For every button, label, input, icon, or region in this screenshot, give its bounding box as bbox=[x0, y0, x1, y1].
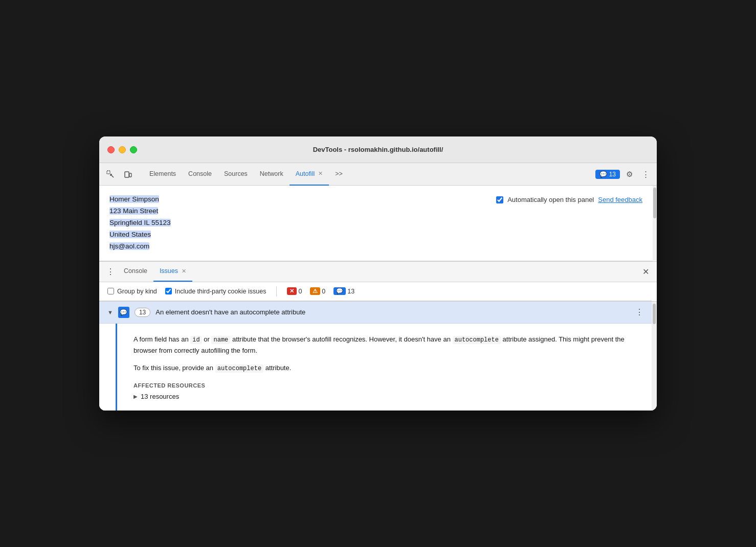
svg-rect-2 bbox=[129, 173, 131, 177]
issue-description: A form field has an id or name attribute… bbox=[134, 334, 639, 356]
inspect-element-icon[interactable] bbox=[103, 167, 118, 181]
issues-list-container: ▼ 💬 13 An element doesn't have an autoco… bbox=[99, 302, 657, 411]
auto-open-label: Automatically open this panel bbox=[507, 196, 594, 203]
issues-toolbar: Group by kind Include third-party cookie… bbox=[99, 282, 652, 301]
issue-more-button[interactable]: ⋮ bbox=[635, 307, 643, 317]
issues-toolbar-container: Group by kind Include third-party cookie… bbox=[99, 282, 657, 302]
issues-badge-icon: 💬 bbox=[599, 171, 607, 178]
affected-resources-label: AFFECTED RESOURCES bbox=[134, 382, 639, 389]
autofill-panel: Homer Simpson 123 Main Street Springfiel… bbox=[99, 186, 653, 261]
svg-rect-1 bbox=[125, 172, 129, 177]
code-id: id bbox=[190, 336, 202, 344]
drawer-close-button[interactable]: ✕ bbox=[638, 264, 653, 279]
tab-autofill-close[interactable]: ✕ bbox=[318, 170, 323, 177]
issues-scrollbar bbox=[652, 302, 657, 411]
autofill-scrollbar bbox=[653, 186, 657, 261]
drawer-issues-close[interactable]: ✕ bbox=[182, 268, 186, 275]
minimize-button[interactable] bbox=[119, 146, 126, 153]
issue-type-icon: 💬 bbox=[118, 307, 129, 318]
autofill-panel-container: Homer Simpson 123 Main Street Springfiel… bbox=[99, 186, 657, 262]
traffic-lights bbox=[107, 146, 137, 153]
issues-count: 13 bbox=[609, 171, 616, 178]
settings-button[interactable]: ⚙ bbox=[622, 167, 636, 181]
group-by-kind-label: Group by kind bbox=[117, 288, 157, 295]
third-party-filter: Include third-party cookie issues bbox=[165, 288, 266, 295]
address-line4: United States bbox=[109, 231, 151, 238]
error-badge: ✕ 0 bbox=[287, 287, 302, 295]
error-count: 0 bbox=[298, 288, 302, 295]
drawer-tab-issues[interactable]: Issues ✕ bbox=[153, 261, 192, 282]
issues-badge[interactable]: 💬 13 bbox=[595, 170, 620, 179]
close-button[interactable] bbox=[107, 146, 115, 153]
autofill-controls: Automatically open this panel Send feedb… bbox=[496, 196, 642, 203]
tabs-right: 💬 13 ⚙ ⋮ bbox=[595, 167, 653, 181]
device-toolbar-icon[interactable] bbox=[121, 167, 135, 181]
tab-elements[interactable]: Elements bbox=[143, 163, 182, 186]
svg-rect-0 bbox=[107, 171, 110, 174]
drawer-menu-button[interactable]: ⋮ bbox=[103, 264, 118, 279]
tab-network[interactable]: Network bbox=[254, 163, 290, 186]
window-title: DevTools - rsolomakhin.github.io/autofil… bbox=[313, 146, 443, 153]
warning-icon: ⚠ bbox=[310, 287, 320, 295]
group-by-kind-checkbox[interactable] bbox=[107, 288, 114, 294]
resources-count: 13 resources bbox=[141, 393, 179, 400]
auto-open-checkbox[interactable] bbox=[496, 196, 503, 203]
tab-more[interactable]: >> bbox=[329, 163, 349, 186]
error-icon: ✕ bbox=[287, 287, 297, 295]
third-party-checkbox[interactable] bbox=[165, 288, 172, 294]
third-party-label: Include third-party cookie issues bbox=[175, 288, 266, 295]
tab-sources[interactable]: Sources bbox=[218, 163, 254, 186]
address-line2: 123 Main Street bbox=[109, 207, 158, 215]
drawer: ⋮ Console Issues ✕ ✕ Group by kind Inclu… bbox=[99, 262, 657, 411]
info-badge: 💬 13 bbox=[333, 287, 354, 295]
issue-detail: A form field has an id or name attribute… bbox=[116, 324, 652, 411]
resources-chevron-icon: ▶ bbox=[134, 394, 138, 399]
title-bar: DevTools - rsolomakhin.github.io/autofil… bbox=[99, 136, 657, 163]
warning-count: 0 bbox=[322, 288, 325, 295]
issue-title: An element doesn't have an autocomplete … bbox=[155, 308, 630, 316]
scrollbar-thumb[interactable] bbox=[653, 188, 656, 218]
code-autocomplete2: autocomplete bbox=[215, 364, 263, 373]
more-options-button[interactable]: ⋮ bbox=[638, 167, 653, 181]
issues-scrollbar-thumb[interactable] bbox=[653, 304, 656, 324]
issue-chevron-icon: ▼ bbox=[107, 309, 113, 315]
send-feedback-link[interactable]: Send feedback bbox=[598, 196, 642, 203]
address-line5: hjs@aol.com bbox=[109, 242, 149, 250]
code-name: name bbox=[211, 336, 230, 344]
issue-row[interactable]: ▼ 💬 13 An element doesn't have an autoco… bbox=[99, 302, 652, 324]
tab-console[interactable]: Console bbox=[182, 163, 218, 186]
toolbar-divider bbox=[276, 286, 277, 297]
resources-toggle[interactable]: ▶ 13 resources bbox=[134, 393, 639, 400]
issue-count-pill: 13 bbox=[135, 308, 150, 317]
issue-fix: To fix this issue, provide an autocomple… bbox=[134, 362, 639, 374]
address-line1: Homer Simpson bbox=[109, 195, 159, 203]
code-autocomplete1: autocomplete bbox=[453, 336, 501, 344]
issue-detail-wrapper: A form field has an id or name attribute… bbox=[99, 324, 652, 411]
autofill-address: Homer Simpson 123 Main Street Springfiel… bbox=[109, 194, 171, 253]
warning-badge: ⚠ 0 bbox=[310, 287, 325, 295]
group-by-kind-filter: Group by kind bbox=[107, 288, 157, 295]
issues-list: ▼ 💬 13 An element doesn't have an autoco… bbox=[99, 302, 652, 411]
devtools-tab-bar: Elements Console Sources Network Autofil… bbox=[99, 163, 657, 186]
info-count: 13 bbox=[347, 288, 354, 295]
tab-autofill[interactable]: Autofill ✕ bbox=[290, 163, 329, 186]
drawer-tab-console[interactable]: Console bbox=[118, 261, 153, 282]
tab-icons bbox=[103, 167, 139, 181]
address-line3: Springfield IL 55123 bbox=[109, 219, 171, 226]
info-icon: 💬 bbox=[333, 287, 346, 295]
maximize-button[interactable] bbox=[130, 146, 137, 153]
drawer-tab-bar: ⋮ Console Issues ✕ ✕ bbox=[99, 262, 657, 282]
devtools-window: DevTools - rsolomakhin.github.io/autofil… bbox=[99, 136, 657, 411]
